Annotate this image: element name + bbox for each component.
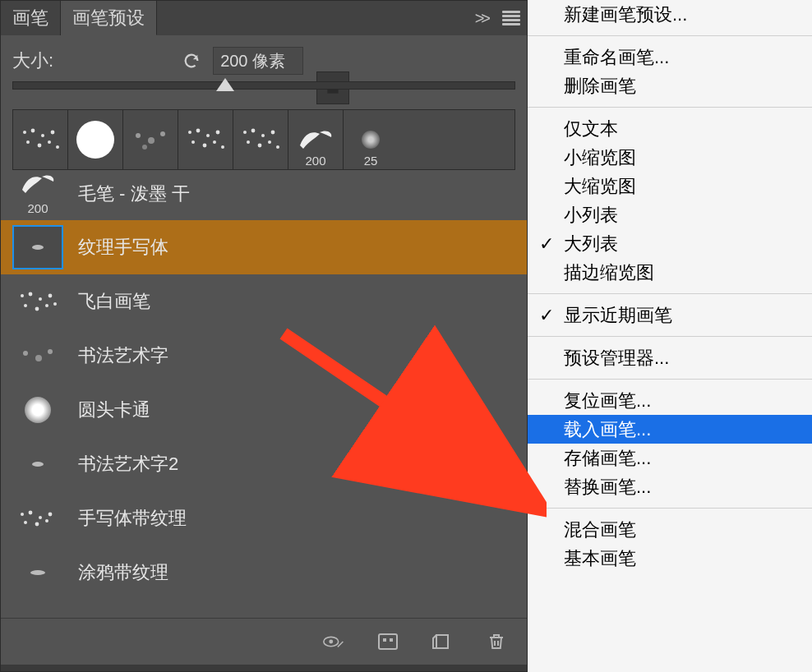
svg-point-14 <box>196 129 201 133</box>
menu-item-22[interactable]: 基本画笔 <box>528 544 812 573</box>
menu-item-6-label: 小缩览图 <box>564 145 636 170</box>
menu-item-21[interactable]: 混合画笔 <box>528 515 812 544</box>
menu-item-10-label: 描边缩览图 <box>564 260 654 285</box>
svg-point-25 <box>247 140 250 144</box>
svg-point-47 <box>30 570 45 575</box>
menu-separator <box>528 336 812 337</box>
menu-item-17-label: 载入画笔... <box>564 417 651 442</box>
brush-item-2[interactable]: 书法艺术字 <box>1 329 527 383</box>
collapse-icon[interactable]: >> <box>475 9 487 28</box>
reset-size-icon[interactable] <box>180 51 203 71</box>
svg-point-35 <box>45 304 48 307</box>
menu-item-12[interactable]: ✓显示近期画笔 <box>528 301 812 329</box>
menu-item-5[interactable]: 仅文本 <box>528 114 812 143</box>
toggle-preview-icon[interactable] <box>321 629 346 654</box>
brush-item-4-name: 书法艺术字2 <box>78 452 178 476</box>
brush-item-3[interactable]: 圆头卡通 <box>1 383 527 437</box>
menu-separator <box>528 107 812 108</box>
menu-separator <box>528 35 812 36</box>
recent-brushes-row: 200 25 <box>12 109 515 170</box>
brush-item-1[interactable]: 飞白画笔 <box>1 274 527 329</box>
brush-item-1-name: 飞白画笔 <box>78 289 150 314</box>
svg-point-31 <box>39 297 42 301</box>
tab-brush-presets-label: 画笔预设 <box>72 6 145 30</box>
menu-separator <box>528 508 812 509</box>
recent-brush-0[interactable] <box>13 110 68 169</box>
brush-item-6-name: 涂鸦带纹理 <box>78 560 168 585</box>
recent-brush-6[interactable]: 25 <box>344 110 398 169</box>
svg-point-28 <box>276 145 279 149</box>
menu-item-14[interactable]: 预设管理器... <box>528 343 812 372</box>
svg-point-42 <box>39 516 42 519</box>
panel-flyout-menu: 新建画笔预设...重命名画笔...删除画笔仅文本小缩览图大缩览图小列表✓大列表描… <box>528 0 812 672</box>
size-input[interactable]: 200 像素 <box>213 47 303 75</box>
svg-point-9 <box>136 133 141 138</box>
svg-point-10 <box>148 137 155 144</box>
brush-item-6[interactable]: 涂鸦带纹理 <box>1 545 527 600</box>
snap-icon[interactable] <box>376 629 400 654</box>
recent-brush-2[interactable] <box>123 110 178 169</box>
new-preset-icon[interactable] <box>430 629 454 654</box>
svg-point-18 <box>203 144 207 148</box>
tab-bar: 画笔 画笔预设 >> <box>1 1 527 35</box>
svg-point-2 <box>31 129 35 133</box>
menu-item-7[interactable]: 大缩览图 <box>528 172 812 200</box>
svg-point-45 <box>35 522 39 527</box>
menu-item-12-label: 显示近期画笔 <box>564 303 672 328</box>
brush-item-0-name: 纹理手写体 <box>78 235 168 260</box>
menu-item-3-label: 删除画笔 <box>564 74 636 99</box>
brush-item-first[interactable]: 200 毛笔 - 泼墨 干 <box>1 170 527 220</box>
recent-brush-3[interactable] <box>178 110 233 169</box>
size-slider[interactable] <box>1 78 527 90</box>
brush-item-4[interactable]: 书法艺术字2 <box>1 437 527 491</box>
brush-item-0[interactable]: 纹理手写体 <box>1 220 527 274</box>
brush-item-2-name: 书法艺术字 <box>78 343 168 368</box>
horizontal-scrollbar[interactable] <box>1 665 527 671</box>
check-icon: ✓ <box>539 233 554 255</box>
svg-point-46 <box>45 519 48 522</box>
size-slider-thumb[interactable] <box>216 78 234 91</box>
svg-point-49 <box>329 640 333 644</box>
recent-brush-4[interactable] <box>233 110 288 169</box>
svg-point-3 <box>41 134 44 137</box>
check-icon: ✓ <box>539 305 554 326</box>
menu-item-3[interactable]: 删除画笔 <box>528 71 812 100</box>
menu-item-0[interactable]: 新建画笔预设... <box>528 0 812 29</box>
svg-point-13 <box>188 131 191 134</box>
svg-point-30 <box>29 292 33 297</box>
brush-presets-panel: 画笔 画笔预设 >> 大小: 200 像素 <box>0 0 528 672</box>
svg-point-5 <box>26 140 30 144</box>
menu-item-19-label: 替换画笔... <box>564 475 651 499</box>
menu-item-16[interactable]: 复位画笔... <box>528 386 812 415</box>
recent-brush-5[interactable]: 200 <box>288 110 344 169</box>
brush-item-5[interactable]: 手写体带纹理 <box>1 491 527 545</box>
svg-point-26 <box>258 144 262 148</box>
menu-item-19[interactable]: 替换画笔... <box>528 472 812 501</box>
tab-brush[interactable]: 画笔 <box>1 1 61 35</box>
svg-point-43 <box>48 513 53 517</box>
menu-item-2[interactable]: 重命名画笔... <box>528 43 812 71</box>
menu-item-9-label: 大列表 <box>564 232 618 256</box>
menu-item-6[interactable]: 小缩览图 <box>528 143 812 172</box>
menu-item-8-label: 小列表 <box>564 203 618 228</box>
menu-item-18-label: 存储画笔... <box>564 446 651 471</box>
svg-point-39 <box>48 349 53 354</box>
menu-item-9[interactable]: ✓大列表 <box>528 229 812 258</box>
menu-item-14-label: 预设管理器... <box>564 346 669 371</box>
svg-point-27 <box>268 140 271 144</box>
svg-point-12 <box>142 145 147 150</box>
menu-item-0-label: 新建画笔预设... <box>564 2 687 27</box>
menu-item-17[interactable]: 载入画笔... <box>528 415 812 444</box>
size-label: 大小: <box>12 48 53 73</box>
brush-item-first-size: 200 <box>12 201 63 215</box>
menu-item-21-label: 混合画笔 <box>564 518 636 542</box>
menu-item-8[interactable]: 小列表 <box>528 200 812 229</box>
recent-brush-1[interactable] <box>68 110 123 169</box>
tab-brush-presets[interactable]: 画笔预设 <box>61 1 157 35</box>
delete-icon[interactable] <box>484 629 509 654</box>
panel-menu-icon[interactable] <box>502 11 520 25</box>
menu-item-10[interactable]: 描边缩览图 <box>528 258 812 287</box>
brush-item-first-name: 毛笔 - 泼墨 干 <box>78 182 190 206</box>
menu-item-18[interactable]: 存储画笔... <box>528 444 812 472</box>
size-row: 大小: 200 像素 <box>1 35 527 78</box>
